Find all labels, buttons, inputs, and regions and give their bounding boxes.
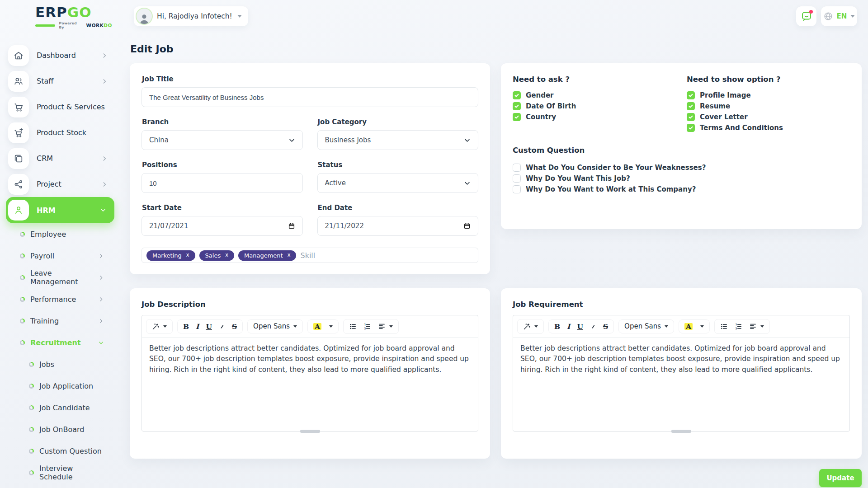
checkbox-terms-conditions[interactable]: Terms And Conditions: [687, 124, 850, 132]
editor-resize-handle[interactable]: [300, 430, 320, 433]
checkbox-unchecked-icon[interactable]: [513, 174, 521, 183]
checkbox-checked-icon[interactable]: [687, 102, 695, 110]
remove-tag-icon[interactable]: x: [288, 253, 291, 258]
calendar-icon[interactable]: [288, 222, 295, 230]
bold-button[interactable]: B: [554, 323, 560, 330]
checkbox-unchecked-icon[interactable]: [513, 164, 521, 172]
checkbox-resume[interactable]: Resume: [687, 102, 850, 110]
italic-button[interactable]: I: [196, 323, 199, 330]
sidebar-item-leave-management[interactable]: Leave Management: [0, 267, 131, 288]
underline-button[interactable]: U: [206, 323, 212, 330]
sidebar-item-training[interactable]: Training: [0, 310, 131, 332]
strikethrough-button[interactable]: S: [232, 323, 237, 330]
job-form-card: Job Title Branch China Job Category Busi…: [130, 63, 490, 274]
status-select[interactable]: Active: [317, 173, 479, 193]
checkbox-unchecked-icon[interactable]: [513, 185, 521, 193]
svg-text:1: 1: [735, 323, 737, 326]
positions-input[interactable]: [142, 173, 303, 193]
branch-value: China: [149, 136, 169, 144]
sidebar-item-job-onboard[interactable]: Job OnBoard: [0, 418, 131, 440]
checkbox-profile-image[interactable]: Profile Image: [687, 91, 850, 99]
chevron-right-icon: [98, 253, 104, 259]
skill-tag[interactable]: Management x: [238, 250, 296, 261]
sidebar-item-product-services[interactable]: Product & Services: [0, 94, 131, 120]
sidebar-item-staff[interactable]: Staff: [0, 68, 131, 94]
checkbox-checked-icon[interactable]: [687, 91, 695, 99]
sidebar-item-dashboard[interactable]: Dashboard: [0, 42, 131, 68]
bullet-icon: [20, 253, 25, 258]
magic-wand-button[interactable]: [152, 323, 167, 330]
language-selector[interactable]: EN: [821, 6, 857, 26]
align-button[interactable]: [749, 323, 764, 330]
sidebar-item-crm[interactable]: CRM: [0, 145, 131, 171]
magic-wand-button[interactable]: [523, 323, 538, 330]
status-label: Status: [318, 161, 479, 169]
sidebar-item-custom-question[interactable]: Custom Question: [0, 440, 131, 462]
checkbox-checked-icon[interactable]: [687, 124, 695, 132]
ordered-list-button[interactable]: 12: [363, 323, 371, 330]
sidebar-item-hrm[interactable]: HRM: [6, 197, 114, 223]
eraser-button[interactable]: [590, 324, 596, 330]
bullet-list-button[interactable]: [349, 323, 357, 330]
checkbox-gender[interactable]: Gender: [513, 91, 687, 99]
sidebar-item-payroll[interactable]: Payroll: [0, 245, 131, 267]
chevron-down-icon[interactable]: [700, 325, 704, 328]
eraser-icon: [590, 324, 596, 330]
ordered-list-button[interactable]: 12: [735, 323, 742, 330]
branch-select[interactable]: China: [142, 130, 303, 150]
editor-resize-handle[interactable]: [671, 430, 691, 433]
sidebar-item-product-stock[interactable]: Product Stock: [0, 120, 131, 145]
skill-input[interactable]: [300, 251, 473, 260]
job-description-content[interactable]: Better job descriptions attract better c…: [142, 338, 478, 431]
checkbox-checked-icon[interactable]: [513, 91, 521, 99]
checkbox-question-weaknesses[interactable]: What Do You Consider to Be Your Weakness…: [513, 164, 850, 172]
align-button[interactable]: [378, 323, 393, 330]
checkbox-checked-icon[interactable]: [687, 113, 695, 121]
font-family-select[interactable]: Open Sans: [253, 323, 297, 330]
remove-tag-icon[interactable]: x: [225, 253, 228, 258]
start-date-input[interactable]: 21/07/2021: [142, 216, 303, 236]
skills-tag-input[interactable]: Marketing x Sales x Management x: [142, 248, 478, 263]
bullet-icon: [20, 232, 25, 237]
underline-button[interactable]: U: [577, 323, 583, 330]
remove-tag-icon[interactable]: x: [186, 253, 189, 258]
checkbox-date-of-birth[interactable]: Date Of Birth: [513, 102, 687, 110]
user-menu[interactable]: Hi, Rajodiya Infotech!: [134, 6, 248, 26]
job-requirement-content[interactable]: Better job descriptions attract better c…: [513, 338, 849, 431]
bullet-list-button[interactable]: [720, 323, 728, 330]
sidebar-item-job-application[interactable]: Job Application: [0, 375, 131, 397]
strikethrough-button[interactable]: S: [603, 323, 608, 330]
skill-tag[interactable]: Marketing x: [146, 250, 195, 261]
chevron-down-icon: [100, 207, 106, 213]
checkbox-checked-icon[interactable]: [513, 102, 521, 110]
checkbox-checked-icon[interactable]: [513, 113, 521, 121]
font-color-button[interactable]: A: [684, 323, 693, 330]
sidebar-item-recruitment[interactable]: Recruitment: [0, 332, 131, 353]
sidebar-item-job-candidate[interactable]: Job Candidate: [0, 397, 131, 418]
sidebar-item-jobs[interactable]: Jobs: [0, 353, 131, 375]
chevron-down-icon: [850, 15, 855, 18]
italic-button[interactable]: I: [567, 323, 570, 330]
calendar-icon[interactable]: [463, 222, 471, 230]
checkbox-question-why-company[interactable]: Why Do You Want to Work at This Company?: [513, 185, 850, 193]
sidebar-item-employee[interactable]: Employee: [0, 223, 131, 245]
bold-button[interactable]: B: [183, 323, 189, 330]
eraser-button[interactable]: [219, 324, 225, 330]
sidebar-item-interview-schedule[interactable]: Interview Schedule: [0, 462, 131, 483]
font-color-button[interactable]: A: [313, 323, 321, 330]
checkbox-cover-letter[interactable]: Cover Letter: [687, 113, 850, 121]
font-family-select[interactable]: Open Sans: [624, 323, 668, 330]
chevron-down-icon[interactable]: [329, 325, 333, 328]
checkbox-question-why-job[interactable]: Why Do You Want This Job?: [513, 174, 850, 183]
job-category-select[interactable]: Business Jobs: [317, 130, 479, 150]
chevron-right-icon: [98, 296, 104, 302]
bullet-icon: [29, 362, 34, 367]
update-button[interactable]: Update: [819, 469, 862, 487]
job-title-input[interactable]: [142, 87, 478, 107]
skill-tag[interactable]: Sales x: [199, 250, 234, 261]
sidebar-item-project[interactable]: Project: [0, 171, 131, 197]
checkbox-country[interactable]: Country: [513, 113, 687, 121]
sidebar-item-performance[interactable]: Performance: [0, 288, 131, 310]
end-date-input[interactable]: 21/11/2022: [317, 216, 479, 236]
messages-button[interactable]: [796, 6, 816, 26]
